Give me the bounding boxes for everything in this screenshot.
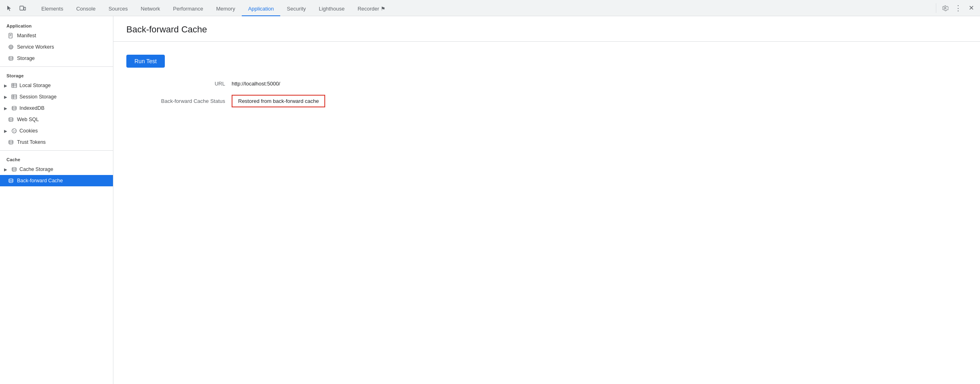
indexed-db-label: IndexedDB [19, 105, 45, 111]
cache-status-value: Restored from back-forward cache [232, 95, 325, 107]
cache-status-row: Back-forward Cache Status Restored from … [126, 95, 967, 107]
application-section-title: Application [0, 19, 113, 30]
tab-network[interactable]: Network [134, 2, 167, 16]
tab-security[interactable]: Security [280, 2, 312, 16]
sidebar-item-trust-tokens[interactable]: Trust Tokens [0, 137, 113, 148]
divider-2 [0, 150, 113, 151]
tab-application[interactable]: Application [242, 2, 281, 16]
tab-lighthouse[interactable]: Lighthouse [312, 2, 351, 16]
cache-status-label: Back-forward Cache Status [126, 98, 232, 104]
session-storage-arrow: ▶ [4, 95, 9, 99]
main-area: Application Manifest [0, 16, 980, 384]
storage-section-title: Storage [0, 69, 113, 80]
sidebar-item-local-storage[interactable]: ▶ Local Storage [0, 80, 113, 91]
sidebar: Application Manifest [0, 16, 113, 384]
run-test-button[interactable]: Run Test [126, 55, 165, 68]
tab-items: Elements Console Sources Network Perform… [35, 0, 931, 16]
page-title: Back-forward Cache [126, 24, 967, 35]
trust-tokens-icon [8, 139, 14, 145]
cache-storage-icon [11, 166, 17, 172]
svg-point-21 [12, 106, 16, 108]
sidebar-item-cache-storage[interactable]: ▶ Cache Storage [0, 164, 113, 175]
svg-point-29 [12, 167, 16, 169]
tab-bar-right: ⋮ ✕ [934, 2, 977, 14]
tab-console[interactable]: Console [70, 2, 102, 16]
svg-point-23 [12, 129, 17, 133]
storage-icon [8, 55, 14, 61]
device-toolbar-icon-button[interactable] [17, 2, 28, 14]
svg-point-7 [10, 46, 12, 48]
sidebar-item-indexed-db[interactable]: ▶ IndexedDB [0, 102, 113, 114]
svg-point-26 [13, 131, 14, 132]
content-header: Back-forward Cache [113, 16, 980, 42]
tab-recorder[interactable]: Recorder ⚑ [351, 2, 392, 16]
service-workers-label: Service Workers [17, 44, 54, 50]
tab-bar-icons [3, 2, 28, 14]
sidebar-item-cookies[interactable]: ▶ Cookies [0, 125, 113, 137]
session-storage-label: Session Storage [19, 94, 57, 100]
back-forward-cache-label: Back-forward Cache [17, 178, 63, 183]
close-devtools-button[interactable]: ✕ [965, 2, 977, 14]
manifest-label: Manifest [17, 33, 36, 38]
url-row: URL http://localhost:5000/ [126, 81, 967, 87]
back-forward-cache-icon [8, 178, 14, 183]
svg-point-24 [13, 130, 14, 130]
info-table: URL http://localhost:5000/ Back-forward … [126, 81, 967, 107]
cookies-icon [11, 128, 17, 134]
tab-elements[interactable]: Elements [35, 2, 70, 16]
cursor-icon-button[interactable] [3, 2, 15, 14]
settings-button[interactable] [940, 2, 951, 14]
svg-point-22 [9, 117, 13, 119]
svg-rect-2 [9, 33, 12, 38]
sidebar-item-web-sql[interactable]: Web SQL [0, 114, 113, 125]
cache-storage-label: Cache Storage [19, 166, 53, 172]
svg-rect-13 [12, 83, 17, 87]
sidebar-item-back-forward-cache[interactable]: Back-forward Cache [0, 175, 113, 186]
content-panel: Back-forward Cache Run Test URL http://l… [113, 16, 980, 384]
divider-1 [0, 66, 113, 67]
tab-memory[interactable]: Memory [210, 2, 242, 16]
local-storage-arrow: ▶ [4, 83, 9, 88]
svg-point-28 [9, 140, 13, 142]
tab-performance[interactable]: Performance [166, 2, 209, 16]
web-sql-label: Web SQL [17, 117, 39, 122]
web-sql-icon [8, 117, 14, 122]
manifest-icon [8, 33, 14, 38]
tab-sources[interactable]: Sources [102, 2, 134, 16]
cache-storage-arrow: ▶ [4, 167, 9, 172]
svg-rect-17 [12, 95, 17, 99]
svg-point-27 [15, 132, 15, 132]
svg-point-30 [9, 179, 13, 180]
sidebar-item-session-storage[interactable]: ▶ Session Storage [0, 91, 113, 102]
session-storage-icon [11, 94, 17, 100]
local-storage-label: Local Storage [19, 83, 51, 88]
url-value: http://localhost:5000/ [232, 81, 280, 87]
svg-point-25 [15, 130, 15, 131]
trust-tokens-label: Trust Tokens [17, 139, 46, 145]
svg-rect-0 [20, 6, 23, 10]
tab-divider [936, 3, 936, 13]
url-label: URL [126, 81, 232, 87]
storage-label: Storage [17, 55, 35, 61]
local-storage-icon [11, 83, 17, 88]
sidebar-item-storage[interactable]: Storage [0, 53, 113, 64]
content-body: Run Test URL http://localhost:5000/ Back… [113, 42, 980, 128]
service-workers-icon [8, 44, 14, 50]
sidebar-item-service-workers[interactable]: Service Workers [0, 41, 113, 53]
cache-section-title: Cache [0, 153, 113, 164]
more-options-button[interactable]: ⋮ [952, 2, 964, 14]
tab-bar: Elements Console Sources Network Perform… [0, 0, 980, 16]
indexed-db-arrow: ▶ [4, 106, 9, 111]
svg-point-12 [9, 56, 13, 58]
cookies-arrow: ▶ [4, 129, 9, 133]
indexed-db-icon [11, 105, 17, 111]
svg-rect-1 [24, 7, 26, 10]
sidebar-item-manifest[interactable]: Manifest [0, 30, 113, 41]
cookies-label: Cookies [19, 128, 38, 134]
